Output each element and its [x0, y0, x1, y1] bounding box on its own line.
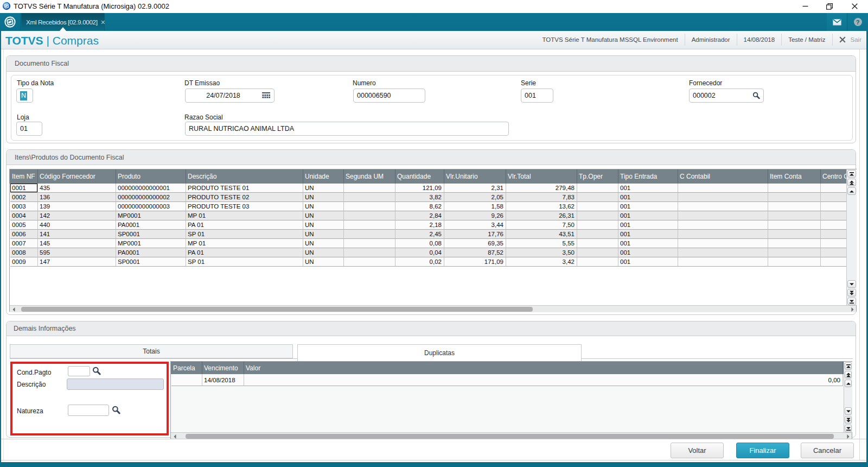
itens-grid-cell-5-11[interactable]	[678, 230, 768, 239]
itens-grid-hscroll-thumb[interactable]	[21, 307, 533, 312]
itens-grid-cell-5-7[interactable]: 17,76	[444, 230, 506, 239]
itens-grid-cell-3-0[interactable]: 0004	[10, 211, 38, 220]
itens-grid-cell-7-11[interactable]	[678, 248, 768, 257]
itens-grid-cell-6-1[interactable]: 145	[38, 239, 116, 248]
duplicatas-grid-row-0[interactable]: 14/08/20180,00	[171, 374, 852, 386]
itens-grid-cell-2-9[interactable]	[577, 202, 618, 211]
itens-grid-cell-5-8[interactable]: 43,51	[506, 230, 577, 239]
itens-grid-cell-8-9[interactable]	[577, 257, 618, 267]
itens-grid-cell-0-10[interactable]: 001	[618, 184, 678, 193]
itens-grid-cell-7-6[interactable]: 0,04	[395, 248, 444, 257]
itens-grid-cell-6-11[interactable]	[678, 239, 768, 248]
itens-grid-cell-4-0[interactable]: 0005	[10, 220, 38, 230]
itens-grid-cell-7-3[interactable]: PA 01	[186, 248, 303, 257]
itens-grid-cell-2-11[interactable]	[678, 202, 768, 211]
scroll-down-button[interactable]	[847, 280, 856, 288]
itens-grid-row-5[interactable]: 0006141SP0001SP 01UN2,4517,7643,51001	[10, 230, 856, 239]
itens-grid-cell-5-3[interactable]: SP 01	[186, 230, 303, 239]
itens-grid-cell-0-12[interactable]	[768, 184, 821, 193]
itens-grid-cell-5-5[interactable]	[344, 230, 395, 239]
itens-grid-cell-2-2[interactable]: 000000000000003	[116, 202, 186, 211]
scroll-pgdn-button[interactable]	[847, 289, 856, 296]
itens-grid-cell-7-7[interactable]: 87,52	[444, 248, 506, 257]
itens-grid-cell-1-9[interactable]	[577, 193, 618, 202]
itens-grid-cell-0-7[interactable]: 2,31	[444, 184, 506, 193]
cond-pagto-input[interactable]	[68, 366, 90, 376]
itens-grid-cell-1-4[interactable]: UN	[303, 193, 344, 202]
itens-grid-cell-6-7[interactable]: 69,35	[444, 239, 506, 248]
fornecedor-search-icon[interactable]	[752, 92, 760, 99]
voltar-button[interactable]: Voltar	[671, 443, 724, 458]
scroll-bottom-button[interactable]	[847, 298, 856, 305]
duplicatas-grid-vscrollbar[interactable]	[844, 362, 852, 432]
itens-grid-row-3[interactable]: 0004142MP0001MP 01UN2,849,2626,31001	[10, 211, 856, 220]
logout-button[interactable]: Sair	[839, 36, 861, 43]
itens-grid-cell-7-0[interactable]: 0008	[10, 248, 38, 257]
itens-grid-cell-7-8[interactable]: 3,50	[506, 248, 577, 257]
itens-grid-cell-7-9[interactable]	[577, 248, 618, 257]
itens-grid-cell-5-0[interactable]: 0006	[10, 230, 38, 239]
help-button[interactable]: ?	[847, 13, 868, 31]
itens-grid-vscrollbar[interactable]	[846, 169, 857, 305]
scroll-up-button[interactable]	[845, 380, 852, 387]
itens-grid-cell-8-3[interactable]: SP 01	[186, 257, 303, 267]
itens-grid-cell-1-3[interactable]: PRODUTO TESTE 02	[186, 193, 303, 202]
itens-grid-cell-0-0[interactable]: 0001	[10, 184, 38, 193]
itens-grid-cell-1-0[interactable]: 0002	[10, 193, 38, 202]
itens-grid-cell-3-2[interactable]: MP0001	[116, 211, 186, 220]
itens-grid-cell-5-1[interactable]: 141	[38, 230, 116, 239]
duplicatas-grid-hscroll-thumb[interactable]	[186, 434, 834, 439]
itens-grid-cell-8-5[interactable]	[344, 257, 395, 267]
itens-grid-cell-4-12[interactable]	[768, 220, 821, 230]
itens-grid-cell-4-2[interactable]: PA0001	[116, 220, 186, 230]
serie-input[interactable]: 001	[521, 89, 553, 103]
itens-grid-cell-5-4[interactable]: UN	[303, 230, 344, 239]
itens-grid-cell-8-6[interactable]: 0,02	[395, 257, 444, 267]
itens-grid-cell-2-5[interactable]	[344, 202, 395, 211]
numero-input[interactable]: 000006590	[353, 89, 425, 103]
itens-grid-cell-8-11[interactable]	[678, 257, 768, 267]
itens-grid-cell-7-4[interactable]: UN	[303, 248, 344, 257]
itens-grid-cell-5-6[interactable]: 2,45	[395, 230, 444, 239]
itens-grid-cell-5-10[interactable]: 001	[618, 230, 678, 239]
finalizar-button[interactable]: Finalizar	[736, 443, 789, 458]
itens-grid-cell-2-0[interactable]: 0003	[10, 202, 38, 211]
tipo-nota-input[interactable]: N	[16, 89, 33, 103]
itens-grid-cell-2-10[interactable]: 001	[618, 202, 678, 211]
itens-grid-cell-4-1[interactable]: 440	[38, 220, 116, 230]
natureza-search-icon[interactable]	[112, 406, 120, 414]
itens-grid-cell-1-12[interactable]	[768, 193, 821, 202]
itens-grid-cell-0-11[interactable]	[678, 184, 768, 193]
itens-grid-cell-8-1[interactable]: 147	[38, 257, 116, 267]
mail-button[interactable]	[827, 13, 847, 31]
itens-grid-cell-1-11[interactable]	[678, 193, 768, 202]
totvs-menu-button[interactable]	[0, 13, 21, 31]
natureza-input[interactable]	[68, 405, 109, 416]
itens-grid-row-4[interactable]: 0005440PA0001PA 01UN2,183,447,50001	[10, 220, 856, 230]
itens-grid-cell-2-7[interactable]: 1,58	[444, 202, 506, 211]
itens-grid-cell-5-2[interactable]: SP0001	[116, 230, 186, 239]
scroll-up-button[interactable]	[847, 187, 856, 195]
scroll-down-button[interactable]	[845, 407, 852, 415]
scroll-pgup-button[interactable]	[845, 371, 852, 378]
itens-grid-cell-1-1[interactable]: 136	[38, 193, 116, 202]
itens-grid-row-1[interactable]: 0002136000000000000002PRODUTO TESTE 02UN…	[10, 193, 856, 202]
itens-grid-cell-3-10[interactable]: 001	[618, 211, 678, 220]
itens-grid-cell-6-10[interactable]: 001	[618, 239, 678, 248]
cancelar-button[interactable]: Cancelar	[801, 443, 854, 458]
itens-grid-cell-8-8[interactable]: 3,42	[506, 257, 577, 267]
itens-grid-cell-6-5[interactable]	[344, 239, 395, 248]
duplicatas-grid-cell-0-0[interactable]	[171, 374, 202, 386]
fornecedor-input[interactable]: 000002	[689, 89, 764, 103]
tab-duplicatas[interactable]: Duplicatas	[297, 344, 582, 361]
itens-grid-cell-1-10[interactable]: 001	[618, 193, 678, 202]
itens-grid-cell-4-4[interactable]: UN	[303, 220, 344, 230]
itens-grid-cell-0-5[interactable]	[344, 184, 395, 193]
itens-grid-cell-0-2[interactable]: 000000000000001	[116, 184, 186, 193]
itens-grid-cell-0-1[interactable]: 435	[38, 184, 116, 193]
itens-grid-cell-7-5[interactable]	[344, 248, 395, 257]
scroll-bottom-button[interactable]	[845, 425, 852, 432]
duplicatas-grid-cell-0-2[interactable]: 0,00	[244, 374, 843, 386]
itens-grid-cell-4-11[interactable]	[678, 220, 768, 230]
itens-grid-cell-4-10[interactable]: 001	[618, 220, 678, 230]
